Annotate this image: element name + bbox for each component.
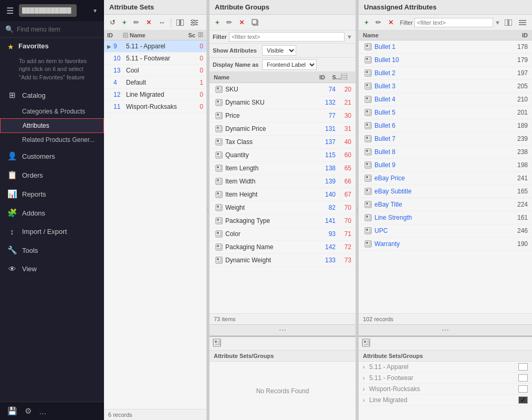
sidebar-item-addons[interactable]: 🧩 Addons bbox=[0, 203, 104, 222]
ua-row-bullet10[interactable]: Bullet 10 179 bbox=[359, 54, 532, 67]
drag-handle-bottom-ua[interactable]: ⋯ bbox=[359, 324, 532, 336]
sidebar-item-tools[interactable]: 🔧 Tools bbox=[0, 241, 104, 260]
set-row-cool[interactable]: 13 Cool 0 bbox=[104, 65, 206, 77]
sidebar-item-categories-products[interactable]: Categories & Products bbox=[0, 105, 104, 118]
ub-check-apparel[interactable] bbox=[518, 363, 528, 371]
ua-filter-icon[interactable]: ▼ bbox=[495, 19, 500, 26]
ua-col-settings[interactable] bbox=[502, 18, 515, 27]
save-icon[interactable]: 💾 bbox=[7, 406, 17, 416]
group-row-packaging-name[interactable]: Packaging Name 142 72 bbox=[210, 241, 356, 254]
sidebar-item-customers[interactable]: 👤 Customers bbox=[0, 147, 104, 166]
sidebar-item-catalog[interactable]: ⊞ Catalog bbox=[0, 86, 104, 105]
group-row-packaging-type[interactable]: Packaging Type 141 70 bbox=[210, 214, 356, 228]
delete-group-button[interactable]: ✕ bbox=[236, 17, 247, 28]
ua-bottom-toolbar bbox=[359, 337, 532, 351]
ua-row-bullet3[interactable]: Bullet 3 205 bbox=[359, 80, 532, 93]
sidebar-item-related-products[interactable]: Related Products Gener... bbox=[0, 133, 104, 147]
sidebar-item-reports[interactable]: 📊 Reports bbox=[0, 185, 104, 203]
delete-ua-button[interactable]: ✕ bbox=[385, 17, 397, 28]
set-row-footwear[interactable]: 10 5.11 - Footwear 0 bbox=[104, 53, 206, 65]
move-set-button[interactable]: ↔ bbox=[156, 17, 168, 28]
group-row-tax-class[interactable]: Tax Class 137 40 bbox=[210, 136, 356, 149]
drag-handle-bottom-groups[interactable]: ⋯ bbox=[210, 324, 356, 336]
ua-row-warranty[interactable]: Warranty 190 bbox=[359, 238, 532, 251]
sidebar-arrow-icon[interactable]: ▼ bbox=[92, 8, 98, 14]
ub-arrow-icon: › bbox=[363, 375, 369, 381]
filter-clear-icon[interactable]: ▼ bbox=[347, 34, 352, 40]
svg-rect-134 bbox=[366, 150, 368, 152]
group-row-dynamic-sku[interactable]: Dynamic SKU 132 21 bbox=[210, 96, 356, 109]
add-group-button[interactable]: + bbox=[213, 17, 222, 28]
ua-bottom-row-footwear[interactable]: › 5.11 - Footwear bbox=[359, 373, 532, 384]
ua-row-bullet5[interactable]: Bullet 5 201 bbox=[359, 106, 532, 119]
edit-set-button[interactable]: ✏ bbox=[131, 17, 142, 28]
delete-set-button[interactable]: ✕ bbox=[143, 17, 154, 28]
group-row-dynamic-price[interactable]: Dynamic Price 131 31 bbox=[210, 122, 356, 136]
set-row-wisport[interactable]: 11 Wisport-Rucksaks 0 bbox=[104, 101, 206, 113]
ua-attr-icon bbox=[363, 82, 373, 90]
ua-row-line-strength[interactable]: Line Strength 161 bbox=[359, 211, 532, 224]
ub-check-line-migrated[interactable]: ✓ bbox=[518, 396, 528, 404]
ua-attr-icon bbox=[363, 69, 373, 77]
sidebar-item-import-export[interactable]: ↕ Import / Export bbox=[0, 222, 104, 241]
ua-bottom-row-wisport[interactable]: › Wisport-Rucksaks bbox=[359, 384, 532, 395]
ua-row-bullet4[interactable]: Bullet 4 210 bbox=[359, 93, 532, 106]
ua-row-upc[interactable]: UPC 246 bbox=[359, 224, 532, 238]
sidebar-item-view[interactable]: 👁 View bbox=[0, 260, 104, 278]
show-attrs-row: Show Attributes Visible All Hidden bbox=[210, 44, 356, 58]
set-row-line-migrated[interactable]: 12 Line Migrated 0 bbox=[104, 89, 206, 101]
svg-rect-119 bbox=[366, 110, 368, 112]
ua-row-bullet6[interactable]: Bullet 6 189 bbox=[359, 119, 532, 132]
svg-rect-14 bbox=[217, 87, 219, 89]
ua-row-ebay-subtitle[interactable]: eBay Subtitle 165 bbox=[359, 185, 532, 198]
favorites-hint: To add an item to favorites right click … bbox=[0, 57, 104, 86]
refresh-button[interactable]: ↺ bbox=[107, 17, 118, 28]
ua-row-bullet1[interactable]: Bullet 1 178 bbox=[359, 40, 532, 54]
group-row-item-width[interactable]: Item Width 139 66 bbox=[210, 175, 356, 188]
sidebar-item-orders[interactable]: 📋 Orders bbox=[0, 166, 104, 185]
add-set-button[interactable]: + bbox=[120, 17, 129, 28]
ua-filter-input[interactable] bbox=[414, 18, 493, 27]
gear-icon[interactable]: ⚙ bbox=[25, 406, 32, 416]
set-row-default[interactable]: 4 Default 1 bbox=[104, 77, 206, 89]
catalog-icon: ⊞ bbox=[7, 90, 17, 100]
add-ua-button[interactable]: + bbox=[362, 17, 371, 28]
groups-filter-input[interactable] bbox=[229, 32, 345, 42]
edit-group-button[interactable]: ✏ bbox=[224, 17, 235, 28]
svg-rect-144 bbox=[366, 176, 368, 178]
show-attrs-select[interactable]: Visible All Hidden bbox=[262, 45, 296, 56]
drag-handle-1[interactable]: ⋮ bbox=[207, 0, 209, 420]
reports-label: Reports bbox=[22, 190, 46, 198]
ua-row-bullet2[interactable]: Bullet 2 197 bbox=[359, 67, 532, 80]
ua-row-bullet9[interactable]: Bullet 9 198 bbox=[359, 159, 532, 172]
group-row-dynamic-weight[interactable]: Dynamic Weight 133 73 bbox=[210, 254, 356, 267]
set-row-apparel[interactable]: ▶ 9 5.11 - Apparel 0 bbox=[104, 40, 206, 53]
group-row-weight[interactable]: Weight 82 70 bbox=[210, 201, 356, 214]
addons-label: Addons bbox=[22, 209, 45, 217]
edit-ua-button[interactable]: ✏ bbox=[373, 17, 384, 28]
ua-bottom-row-line-migrated[interactable]: › Line Migrated ✓ bbox=[359, 395, 532, 406]
settings-set-button[interactable] bbox=[188, 18, 201, 27]
hamburger-icon[interactable]: ☰ bbox=[6, 6, 14, 16]
group-row-color[interactable]: Color 93 71 bbox=[210, 228, 356, 241]
drag-handle-2[interactable]: ⋮ bbox=[356, 0, 358, 420]
ub-check-footwear[interactable] bbox=[518, 374, 528, 382]
ua-row-ebay-title[interactable]: eBay Title 224 bbox=[359, 198, 532, 211]
group-row-sku[interactable]: SKU 74 20 bbox=[210, 83, 356, 96]
more-icon[interactable]: … bbox=[39, 407, 47, 416]
ua-bottom-row-apparel[interactable]: › 5.11 - Apparel bbox=[359, 362, 532, 373]
ua-row-ebay-price[interactable]: eBay Price 241 bbox=[359, 172, 532, 185]
search-input[interactable] bbox=[17, 26, 99, 33]
sidebar-item-attributes[interactable]: Attributes bbox=[0, 118, 104, 133]
group-row-item-height[interactable]: Item Height 140 67 bbox=[210, 188, 356, 201]
group-row-quantity[interactable]: Quantity 115 60 bbox=[210, 149, 356, 162]
ua-row-bullet8[interactable]: Bullet 8 238 bbox=[359, 146, 532, 159]
ua-row-settings[interactable] bbox=[516, 18, 529, 27]
display-name-select[interactable]: Frontend Label Attribute Code bbox=[262, 59, 317, 70]
ub-check-wisport[interactable] bbox=[518, 385, 528, 393]
group-row-item-length[interactable]: Item Length 138 65 bbox=[210, 162, 356, 175]
columns-set-button[interactable] bbox=[174, 18, 186, 27]
group-row-price[interactable]: Price 77 30 bbox=[210, 109, 356, 122]
ua-row-bullet7[interactable]: Bullet 7 239 bbox=[359, 132, 532, 146]
copy-group-button[interactable] bbox=[249, 17, 261, 27]
